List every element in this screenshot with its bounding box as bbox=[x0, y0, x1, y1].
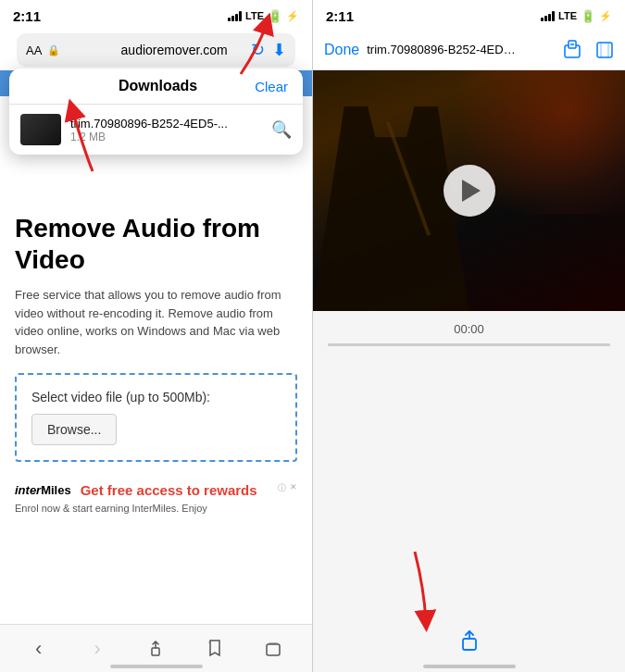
download-button[interactable]: ⬇ bbox=[272, 40, 286, 60]
page-content: Remove Audio from Video Free service tha… bbox=[0, 198, 312, 473]
upload-label: Select video file (up to 500Mb): bbox=[31, 390, 281, 404]
forward-button[interactable]: › bbox=[77, 628, 118, 669]
play-triangle-icon bbox=[462, 180, 481, 202]
right-panel: 2:11 LTE 🔋 ⚡ Done trim.70980896-B252-4ED… bbox=[313, 0, 625, 672]
svg-rect-0 bbox=[152, 648, 159, 655]
page-description: Free service that allows you to remove a… bbox=[15, 286, 297, 358]
right-time: 2:11 bbox=[326, 8, 354, 24]
progress-bar[interactable] bbox=[328, 343, 610, 346]
video-bottom-area: 00:00 bbox=[313, 311, 625, 672]
ad-text-block: Get free access to rewards bbox=[81, 482, 257, 499]
tabs-button[interactable] bbox=[253, 628, 294, 669]
left-status-bar: 2:11 LTE 🔋 ⚡ bbox=[0, 0, 312, 30]
ad-content: interMiles Get free access to rewards bbox=[15, 482, 297, 499]
url-bar[interactable]: AA 🔒 audioremover.com ↻ ⬇ bbox=[17, 33, 295, 67]
download-info: trim.70980896-B252-4ED5-... 1.2 MB bbox=[70, 117, 262, 143]
intermiles-logo: interMiles bbox=[15, 483, 71, 498]
svg-rect-7 bbox=[597, 43, 612, 57]
right-battery-icon: 🔋 bbox=[581, 9, 595, 23]
bookmarks-button[interactable] bbox=[194, 628, 235, 669]
time-display: 00:00 bbox=[328, 322, 610, 336]
left-status-icons: LTE 🔋 ⚡ bbox=[228, 9, 299, 23]
download-size: 1.2 MB bbox=[70, 131, 262, 143]
ad-close-icon[interactable]: ✕ bbox=[290, 482, 297, 494]
search-icon[interactable]: 🔍 bbox=[271, 119, 292, 140]
downloads-title: Downloads bbox=[61, 78, 255, 94]
charging-icon: ⚡ bbox=[286, 10, 299, 22]
svg-rect-9 bbox=[463, 639, 476, 650]
right-status-bar: 2:11 LTE 🔋 ⚡ bbox=[313, 0, 625, 30]
downloads-header: Downloads Clear bbox=[9, 68, 303, 105]
page-title: Remove Audio from Video bbox=[15, 213, 297, 275]
done-button[interactable]: Done bbox=[324, 42, 359, 58]
share-icon bbox=[145, 639, 166, 659]
right-bottom-actions bbox=[313, 628, 625, 653]
downloads-panel: Downloads Clear trim.70980896-B252-4ED5-… bbox=[9, 68, 303, 155]
video-player[interactable] bbox=[313, 70, 625, 311]
tabs-icon bbox=[264, 640, 282, 658]
right-top-bar: Done trim.70980896-B252-4ED… bbox=[313, 30, 625, 70]
share-button[interactable] bbox=[135, 628, 176, 669]
ad-tagline: Get free access to rewards bbox=[81, 482, 257, 499]
share-bottom-icon[interactable] bbox=[456, 628, 482, 653]
ad-info-icon: ⓘ bbox=[278, 482, 286, 494]
miles-text: Miles bbox=[41, 483, 71, 497]
bookmarks-icon bbox=[206, 639, 224, 659]
battery-icon: 🔋 bbox=[268, 9, 282, 23]
back-button[interactable]: ‹ bbox=[19, 628, 59, 669]
url-actions: ↻ ⬇ bbox=[251, 40, 286, 60]
play-button[interactable] bbox=[444, 165, 495, 217]
file-name-right: trim.70980896-B252-4ED… bbox=[367, 43, 562, 56]
lte-badge: LTE bbox=[245, 10, 264, 21]
browse-button[interactable]: Browse... bbox=[31, 414, 117, 445]
fit-window-icon[interactable] bbox=[595, 41, 614, 59]
svg-rect-1 bbox=[267, 644, 280, 655]
download-filename: trim.70980896-B252-4ED5-... bbox=[70, 117, 262, 131]
right-status-icons: LTE 🔋 ⚡ bbox=[541, 9, 612, 23]
signal-bars-icon bbox=[228, 10, 242, 21]
right-toolbar-icons bbox=[562, 40, 614, 60]
download-thumbnail bbox=[20, 114, 61, 145]
url-bar-row: AA 🔒 audioremover.com ↻ ⬇ bbox=[7, 31, 305, 68]
left-time: 2:11 bbox=[13, 8, 41, 24]
download-item[interactable]: trim.70980896-B252-4ED5-... 1.2 MB 🔍 bbox=[9, 105, 303, 155]
aa-label[interactable]: AA bbox=[26, 44, 42, 57]
share-to-icon[interactable] bbox=[562, 40, 582, 60]
right-charging-icon: ⚡ bbox=[599, 10, 612, 22]
reload-icon[interactable]: ↻ bbox=[251, 40, 265, 60]
inter-text: inter bbox=[15, 483, 41, 497]
upload-box: Select video file (up to 500Mb): Browse.… bbox=[15, 373, 297, 462]
ad-section: ⓘ ✕ interMiles Get free access to reward… bbox=[0, 473, 312, 517]
right-lte-badge: LTE bbox=[558, 10, 577, 21]
ad-badge: ⓘ ✕ bbox=[278, 482, 297, 494]
home-bar-right bbox=[423, 665, 516, 668]
lock-icon: 🔒 bbox=[47, 44, 60, 56]
left-panel: 2:11 LTE 🔋 ⚡ AA 🔒 audioremover.com ↻ ⬇ bbox=[0, 0, 312, 672]
right-signal-bars bbox=[541, 10, 555, 21]
clear-button[interactable]: Clear bbox=[255, 79, 288, 94]
home-bar-left bbox=[110, 665, 203, 668]
ad-subtext: Enrol now & start earning InterMiles. En… bbox=[15, 503, 297, 514]
svg-rect-2 bbox=[269, 642, 278, 644]
